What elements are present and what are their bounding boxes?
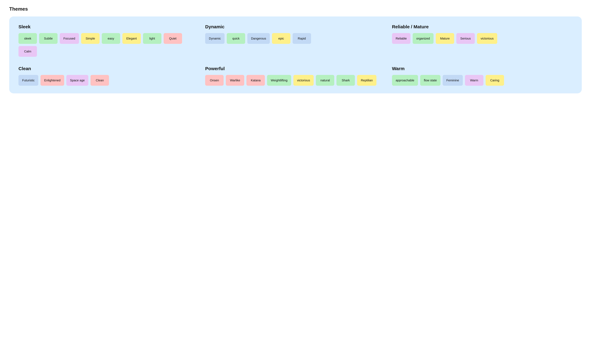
tag-reliable-3[interactable]: Serious: [456, 33, 475, 44]
themes-container: SleeksleekSubtleFocusedSimpleeasyElegant…: [9, 16, 582, 93]
page-title: Themes: [9, 6, 582, 12]
tag-dynamic-0[interactable]: Dynamic: [205, 33, 224, 44]
section-sleek: SleeksleekSubtleFocusedSimpleeasyElegant…: [19, 24, 199, 57]
tag-clean-1[interactable]: Enlightened: [40, 75, 64, 86]
tag-sleek-4[interactable]: easy: [102, 33, 120, 44]
tags-clean: FuturisticEnlightenedSpace ageClean: [19, 75, 199, 86]
tag-sleek-6[interactable]: light: [143, 33, 161, 44]
tags-warm: approachableflow stateFeminineWarmCaring: [392, 75, 572, 86]
tags-dynamic: DynamicquickDangerousepicRapid: [205, 33, 386, 44]
tag-sleek-8[interactable]: Calm: [19, 46, 37, 57]
tag-reliable-0[interactable]: Reliable: [392, 33, 410, 44]
tag-clean-2[interactable]: Space age: [66, 75, 88, 86]
tag-dynamic-3[interactable]: epic: [272, 33, 290, 44]
tag-dynamic-4[interactable]: Rapid: [293, 33, 311, 44]
tag-sleek-0[interactable]: sleek: [19, 33, 37, 44]
tag-dynamic-2[interactable]: Dangerous: [247, 33, 270, 44]
tags-powerful: OnsenWarlikeKatanaWeightliftingvictoriou…: [205, 75, 386, 86]
tag-reliable-2[interactable]: Mature: [436, 33, 454, 44]
tag-sleek-5[interactable]: Elegant: [122, 33, 141, 44]
tag-warm-4[interactable]: Caring: [486, 75, 504, 86]
section-clean: CleanFuturisticEnlightenedSpace ageClean: [19, 66, 199, 86]
tag-sleek-2[interactable]: Focused: [60, 33, 79, 44]
section-reliable: Reliable / MatureReliableorganizedMature…: [392, 24, 572, 57]
tag-warm-2[interactable]: Feminine: [443, 75, 463, 86]
tag-warm-0[interactable]: approachable: [392, 75, 418, 86]
tags-sleek: sleekSubtleFocusedSimpleeasyElegantlight…: [19, 33, 199, 57]
section-warm: Warmapproachableflow stateFeminineWarmCa…: [392, 66, 572, 86]
tag-sleek-7[interactable]: Quiet: [164, 33, 182, 44]
section-powerful: PowerfulOnsenWarlikeKatanaWeightliftingv…: [205, 66, 386, 86]
tag-sleek-3[interactable]: Simple: [81, 33, 99, 44]
tag-powerful-1[interactable]: Warlike: [226, 75, 244, 86]
section-title-powerful: Powerful: [205, 66, 386, 71]
tag-powerful-5[interactable]: natural: [316, 75, 334, 86]
tag-powerful-4[interactable]: victorious: [293, 75, 314, 86]
section-title-clean: Clean: [19, 66, 199, 71]
tag-clean-0[interactable]: Futuristic: [19, 75, 38, 86]
section-dynamic: DynamicDynamicquickDangerousepicRapid: [205, 24, 386, 57]
tag-warm-1[interactable]: flow state: [420, 75, 440, 86]
section-title-sleek: Sleek: [19, 24, 199, 29]
tag-warm-3[interactable]: Warm: [465, 75, 483, 86]
tag-dynamic-1[interactable]: quick: [227, 33, 245, 44]
tag-reliable-1[interactable]: organized: [413, 33, 433, 44]
tag-clean-3[interactable]: Clean: [91, 75, 109, 86]
tags-reliable: ReliableorganizedMatureSeriousvictorious: [392, 33, 572, 44]
section-title-reliable: Reliable / Mature: [392, 24, 572, 29]
tag-sleek-1[interactable]: Subtle: [39, 33, 58, 44]
tag-powerful-3[interactable]: Weightlifting: [267, 75, 291, 86]
tag-reliable-4[interactable]: victorious: [477, 33, 497, 44]
tag-powerful-0[interactable]: Onsen: [205, 75, 224, 86]
tag-powerful-2[interactable]: Katana: [246, 75, 265, 86]
section-title-warm: Warm: [392, 66, 572, 71]
tag-powerful-6[interactable]: Shark: [336, 75, 355, 86]
tag-powerful-7[interactable]: Reptilian: [357, 75, 376, 86]
section-title-dynamic: Dynamic: [205, 24, 386, 29]
